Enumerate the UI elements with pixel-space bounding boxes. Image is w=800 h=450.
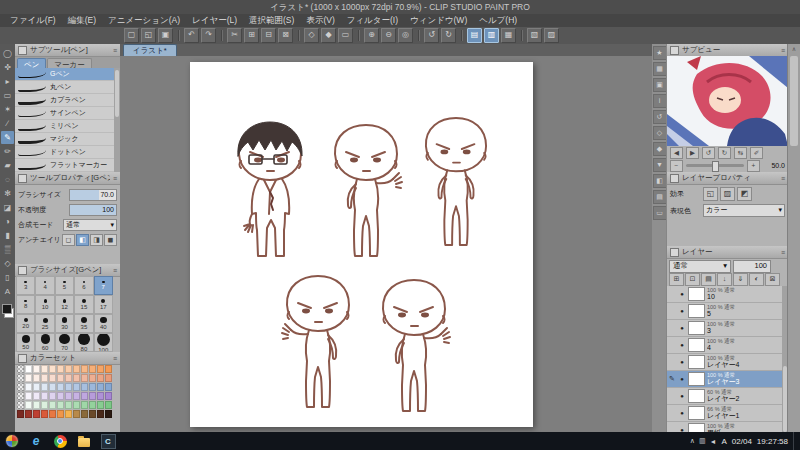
paste-icon[interactable]: ⊟ [261,28,276,43]
subview-zoom-slider[interactable] [686,164,744,167]
chrome-icon[interactable] [48,432,72,450]
text-tool[interactable]: A [1,285,14,298]
layer-row[interactable]: ●66 % 通常レイヤー1 [667,405,782,422]
antialias-option-0[interactable]: ◻ [62,234,75,246]
zoom-out-icon[interactable]: ⊖ [381,28,396,43]
rotate-left-icon[interactable]: ↺ [424,28,439,43]
panel-menu-icon[interactable]: ≡ [781,249,785,256]
border-effect-icon[interactable]: ◱ [703,187,718,201]
subtool-item[interactable]: 丸ペン [15,81,114,94]
panel-menu-icon[interactable]: ≡ [781,175,785,182]
next-image-icon[interactable]: ▶ [686,147,699,159]
tone-effect-icon[interactable]: ▨ [720,187,735,201]
color-swatch[interactable] [81,365,88,373]
panel-menu-icon[interactable]: ≡ [113,175,117,182]
color-swatch[interactable] [25,392,32,400]
color-swatch[interactable] [25,410,32,418]
color-swatch[interactable] [73,392,80,400]
selection-tool[interactable]: ▭ [1,89,14,102]
delete-layer-icon[interactable]: ⊠ [765,273,780,286]
history-icon[interactable]: ↺ [653,110,667,124]
color-swatch[interactable] [41,383,48,391]
gradient-tool[interactable]: ▒ [1,243,14,256]
subtool-item[interactable]: ミリペン [15,120,114,133]
brush-size-cell[interactable]: 70 [55,333,74,352]
frame-border-tool[interactable]: ▯ [1,271,14,284]
color-swatch[interactable] [81,401,88,409]
volume-icon[interactable]: ◄ [710,438,717,445]
color-swatch[interactable] [81,392,88,400]
color-swatch[interactable] [65,374,72,382]
scroll-up-icon[interactable]: ∧ [788,44,800,54]
quick-access-icon[interactable]: ★ [653,46,667,60]
layer-property-icon[interactable]: ◧ [653,174,667,188]
eraser-tool[interactable]: ◪ [1,201,14,214]
right-dock-scrollbar[interactable]: ∧ [787,44,800,432]
brush-size-cell[interactable]: 17 [94,295,113,314]
color-swatch[interactable] [49,383,56,391]
color-swatch[interactable] [97,383,104,391]
layer-visibility-icon[interactable]: ● [678,308,686,314]
taskbar-clock[interactable]: 19:27:58 [757,437,788,446]
layer-color-effect-icon[interactable]: ◩ [737,187,752,201]
brush-size-cell[interactable]: 5 [55,276,74,295]
layer-visibility-icon[interactable]: ● [678,342,686,348]
color-swatch[interactable] [105,374,112,382]
document-tab[interactable]: イラスト* [123,44,177,56]
brush-size-cell[interactable]: 40 [94,314,113,333]
cut-icon[interactable]: ✂ [227,28,242,43]
brush-size-cell[interactable]: 100 [94,333,113,352]
open-file-icon[interactable]: ◱ [141,28,156,43]
merge-to-lower-icon[interactable]: ⇓ [733,273,748,286]
color-swatch[interactable] [105,410,112,418]
snap-to-ruler-icon[interactable]: ▤ [467,28,482,43]
transfer-to-lower-icon[interactable]: ↓ [717,273,732,286]
new-folder-icon[interactable]: ▤ [701,273,716,286]
network-icon[interactable]: ▥ [699,437,706,445]
canvas[interactable] [190,62,533,427]
fit-to-screen-icon[interactable]: ◎ [398,28,413,43]
color-swatch[interactable] [17,374,24,382]
subtool-item[interactable]: カブラペン [15,94,114,107]
expression-color-select[interactable]: カラー ▾ [703,204,785,217]
panel-menu-icon[interactable]: ≡ [113,267,117,274]
color-swatch[interactable] [57,410,64,418]
layer-mask-icon[interactable]: ◐ [749,273,764,286]
airbrush-tool[interactable]: ◌ [1,173,14,186]
brush-size-cell[interactable]: 6 [74,276,93,295]
subtool-item[interactable]: フラットマーカー [15,159,114,172]
color-swatch[interactable] [49,365,56,373]
redo-icon[interactable]: ↷ [201,28,216,43]
color-swatch[interactable] [73,365,80,373]
panel-menu-icon[interactable]: ≡ [781,47,785,54]
blend-mode-select[interactable]: 通常 ▾ [63,219,117,231]
color-swatch[interactable] [25,365,32,373]
color-swatch[interactable] [41,374,48,382]
layer-visibility-icon[interactable]: ● [678,376,686,382]
layer-visibility-icon[interactable]: ● [678,291,686,297]
color-swatch[interactable] [41,401,48,409]
antialias-option-2[interactable]: ◨ [90,234,103,246]
color-swatch[interactable] [41,392,48,400]
color-swatch[interactable] [33,383,40,391]
menu-item-4[interactable]: 選択範囲(S) [243,14,300,27]
color-swatch[interactable] [49,401,56,409]
antialias-option-3[interactable]: ◼ [104,234,117,246]
subview-image[interactable] [667,56,788,146]
color-swatch[interactable] [49,410,56,418]
show-grid-icon[interactable]: ▧ [527,28,542,43]
pencil-tool[interactable]: ✏ [1,145,14,158]
color-swatch[interactable] [41,410,48,418]
zoom-tool[interactable]: ◯ [1,47,14,60]
rotate-right-icon[interactable]: ↻ [441,28,456,43]
brush-size-cell[interactable]: 7 [94,276,113,295]
show-material-icon[interactable]: ▨ [544,28,559,43]
decoration-tool[interactable]: ✻ [1,187,14,200]
brush-size-cell[interactable]: 12 [55,295,74,314]
color-swatch[interactable] [57,392,64,400]
color-swatch[interactable] [65,410,72,418]
color-swatch[interactable] [49,392,56,400]
scrollbar-thumb[interactable] [790,56,798,146]
color-swatch[interactable] [81,383,88,391]
layer-opacity-field[interactable]: 100 [733,260,771,273]
